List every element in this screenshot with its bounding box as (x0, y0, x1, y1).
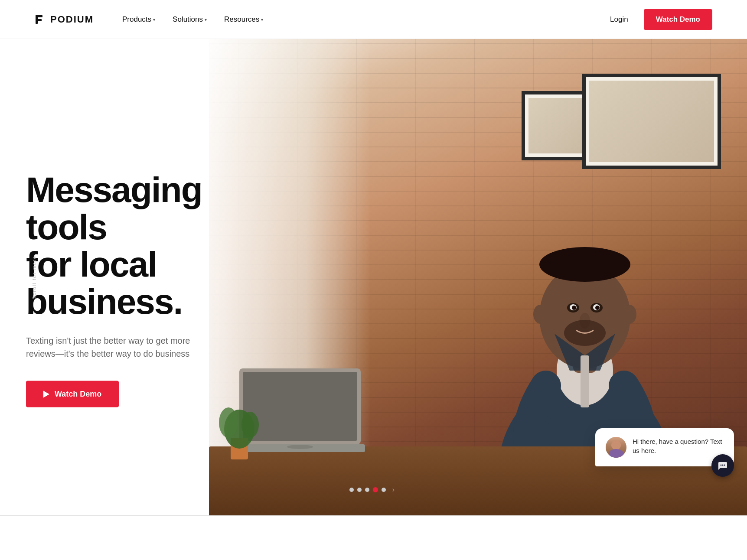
play-icon (43, 391, 49, 397)
login-button[interactable]: Login (603, 11, 635, 28)
svg-rect-22 (581, 355, 589, 407)
nav-resources[interactable]: Resources ▾ (217, 11, 270, 28)
hero-cta-label: Watch Demo (55, 390, 101, 399)
svg-point-13 (595, 306, 600, 310)
hero-headline-line2: for local business. (26, 244, 182, 321)
svg-point-30 (241, 412, 259, 438)
svg-point-26 (287, 445, 313, 449)
slide-indicators: › (349, 485, 398, 494)
svg-point-31 (721, 465, 722, 466)
chat-widget: Hi there, have a question? Text us here. (595, 428, 734, 472)
hero-headline: Messaging tools for local business. (26, 171, 286, 320)
chevron-down-icon: ▾ (205, 17, 207, 22)
chevron-down-icon: ▾ (153, 17, 155, 22)
chevron-down-icon: ▾ (261, 17, 263, 22)
logo-icon (35, 13, 47, 26)
hero-subtext: Texting isn't just the better way to get… (26, 334, 217, 360)
slide-dot-1[interactable] (349, 488, 354, 492)
nav-solutions[interactable]: Solutions ▾ (166, 11, 214, 28)
svg-point-33 (724, 465, 725, 466)
svg-point-18 (539, 247, 630, 282)
svg-rect-1 (36, 15, 42, 17)
slide-dot-3[interactable] (365, 488, 369, 492)
chat-avatar (606, 437, 626, 458)
svg-point-32 (722, 465, 724, 466)
svg-point-16 (533, 305, 547, 324)
navbar-right: Login Watch Demo (603, 9, 712, 30)
watch-demo-button[interactable]: Watch Demo (644, 9, 712, 30)
side-scroll-text: Scroll for more (32, 255, 37, 300)
logo[interactable]: PODIUM (35, 13, 94, 26)
chat-icon (718, 460, 728, 471)
slide-next-arrow[interactable]: › (389, 485, 398, 494)
avatar-head (611, 440, 621, 450)
svg-point-12 (572, 306, 576, 310)
navbar: PODIUM Products ▾ Solutions ▾ Resources … (0, 0, 747, 39)
slide-dot-2[interactable] (357, 488, 362, 492)
hero-cta-button[interactable]: Watch Demo (26, 381, 119, 407)
bottom-border (0, 515, 747, 516)
nav-products[interactable]: Products ▾ (115, 11, 162, 28)
slide-dot-5[interactable] (382, 488, 386, 492)
svg-point-17 (623, 305, 636, 324)
hero-content: Messaging tools for local business. Text… (26, 171, 286, 407)
svg-point-29 (219, 407, 238, 438)
svg-rect-2 (36, 19, 42, 21)
slide-dot-4[interactable] (373, 487, 378, 492)
chat-message: Hi there, have a question? Text us here. (633, 437, 724, 455)
brand-name: PODIUM (50, 14, 94, 25)
solutions-label: Solutions (173, 15, 203, 24)
chat-avatar-image (606, 437, 626, 458)
products-label: Products (122, 15, 151, 24)
hero-section: Messaging tools for local business. Text… (0, 39, 747, 516)
avatar-body (609, 449, 623, 458)
chat-open-button[interactable] (711, 454, 734, 477)
nav-links: Products ▾ Solutions ▾ Resources ▾ (115, 11, 270, 28)
navbar-left: PODIUM Products ▾ Solutions ▾ Resources … (35, 11, 270, 28)
hero-headline-line1: Messaging tools (26, 170, 202, 247)
resources-label: Resources (224, 15, 259, 24)
